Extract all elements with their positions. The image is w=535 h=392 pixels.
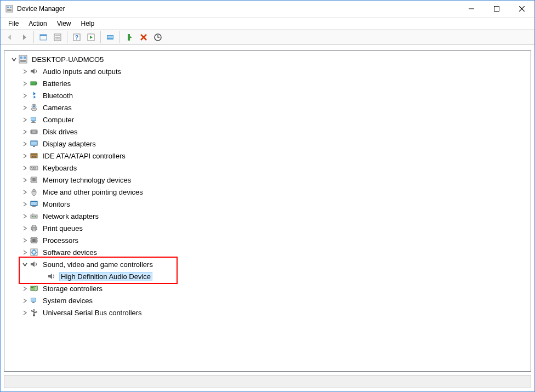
expander-icon[interactable] [21, 260, 29, 268]
window-title: Device Manager [17, 5, 459, 13]
bluetooth-icon [30, 91, 38, 100]
expander-icon[interactable] [21, 104, 29, 111]
expander-icon[interactable] [21, 285, 29, 292]
toolbar: ? [1, 30, 534, 45]
tree-category[interactable]: Bluetooth [4, 89, 531, 101]
tree-category[interactable]: Keyboards [4, 162, 531, 174]
minimize-button[interactable] [459, 1, 484, 17]
tree-device-label: High Definition Audio Device [59, 272, 152, 281]
update-driver-button[interactable] [104, 31, 117, 44]
tree-category-label: Sound, video and game controllers [42, 260, 154, 269]
tree-category-label: Display adapters [42, 139, 97, 149]
properties-button[interactable] [51, 31, 64, 44]
system-icon [30, 296, 38, 305]
uninstall-device-button[interactable] [137, 31, 150, 44]
svg-rect-3 [7, 9, 12, 11]
tree-category[interactable]: Software devices [4, 246, 531, 258]
menubar: File Action View Help [1, 18, 534, 30]
mouse-icon [30, 188, 38, 196]
maximize-button[interactable] [484, 1, 509, 17]
action-button[interactable] [84, 31, 98, 44]
menu-file[interactable]: File [4, 19, 23, 29]
tree-category-label: Audio inputs and outputs [42, 67, 122, 76]
enable-device-button[interactable] [123, 31, 136, 44]
tree-category[interactable]: Sound, video and game controllers [4, 258, 531, 270]
memory-icon [30, 175, 38, 184]
expander-icon[interactable] [21, 309, 29, 316]
menu-action[interactable]: Action [24, 19, 51, 29]
tree-category-label: Print queues [42, 224, 84, 233]
expander-icon[interactable] [21, 297, 29, 304]
expander-icon[interactable] [21, 176, 29, 184]
speaker-icon [30, 260, 38, 269]
tree-category-label: Memory technology devices [42, 175, 132, 185]
display-icon [30, 139, 38, 148]
tree-category-label: Universal Serial Bus controllers [42, 308, 143, 317]
svg-rect-2 [10, 7, 12, 8]
tree-category-label: Software devices [42, 248, 98, 257]
svg-rect-0 [6, 5, 13, 12]
computer-icon [30, 115, 38, 124]
expander-icon[interactable] [21, 248, 29, 256]
expander-icon[interactable] [21, 92, 29, 99]
expander-icon[interactable] [21, 224, 29, 232]
tree-root[interactable]: DESKTOP-UADMCO5 [4, 53, 531, 65]
titlebar: Device Manager [1, 1, 534, 18]
storage-icon [30, 284, 38, 293]
expander-icon[interactable] [21, 116, 29, 123]
keyboard-icon [30, 163, 38, 172]
computer-root-icon [19, 55, 27, 64]
show-hidden-button[interactable] [37, 31, 50, 44]
expander-icon[interactable] [10, 55, 18, 63]
tree-category[interactable]: Batteries [4, 77, 531, 89]
device-tree-pane[interactable]: DESKTOP-UADMCO5Audio inputs and outputsB… [4, 50, 531, 372]
tree-root-label: DESKTOP-UADMCO5 [31, 55, 105, 64]
help-button[interactable]: ? [70, 31, 83, 44]
expander-icon[interactable] [21, 79, 29, 87]
menu-help[interactable]: Help [77, 19, 99, 29]
tree-category[interactable]: Display adapters [4, 138, 531, 150]
tree-category-label: Processors [42, 236, 79, 245]
tree-category-label: IDE ATA/ATAPI controllers [42, 151, 127, 161]
expander-icon[interactable] [21, 128, 29, 135]
tree-category[interactable]: Cameras [4, 101, 531, 113]
tree-category[interactable]: Mice and other pointing devices [4, 186, 531, 198]
tree-category-label: Cameras [42, 103, 73, 112]
expander-icon[interactable] [21, 188, 29, 196]
scan-hardware-button[interactable] [151, 31, 164, 44]
network-icon [30, 212, 38, 220]
tree-category[interactable]: Computer [4, 113, 531, 126]
camera-icon [30, 103, 38, 112]
tree-category-label: Computer [42, 115, 75, 124]
tree-category-label: System devices [42, 296, 94, 305]
close-button[interactable] [509, 1, 534, 17]
tree-category[interactable]: Network adapters [4, 210, 531, 222]
tree-category[interactable]: System devices [4, 294, 531, 306]
back-button[interactable] [3, 31, 16, 44]
tree-category[interactable]: Audio inputs and outputs [4, 65, 531, 77]
tree-category-label: Network adapters [42, 212, 100, 221]
menu-view[interactable]: View [53, 19, 76, 29]
tree-category[interactable]: Memory technology devices [4, 174, 531, 186]
expander-icon[interactable] [21, 164, 29, 172]
expander-icon[interactable] [21, 67, 29, 75]
forward-button[interactable] [18, 31, 31, 44]
tree-category[interactable]: IDE ATA/ATAPI controllers [4, 150, 531, 162]
tree-device[interactable]: High Definition Audio Device [4, 270, 531, 282]
tree-category-label: Monitors [42, 200, 71, 209]
svg-rect-9 [40, 35, 47, 36]
tree-category[interactable]: Print queues [4, 222, 531, 234]
expander-icon[interactable] [21, 212, 29, 220]
tree-category[interactable]: Universal Serial Bus controllers [4, 306, 531, 319]
tree-category[interactable]: Monitors [4, 198, 531, 210]
tree-category[interactable]: Processors [4, 234, 531, 246]
tree-category[interactable]: Storage controllers [4, 282, 531, 294]
expander-icon[interactable] [21, 152, 29, 160]
ide-icon [30, 151, 38, 160]
expander-icon[interactable] [21, 200, 29, 208]
expander-icon[interactable] [21, 236, 29, 244]
tree-category[interactable]: Disk drives [4, 126, 531, 138]
expander-icon[interactable] [21, 140, 29, 147]
expander-none [38, 272, 46, 280]
svg-rect-1 [7, 7, 9, 8]
